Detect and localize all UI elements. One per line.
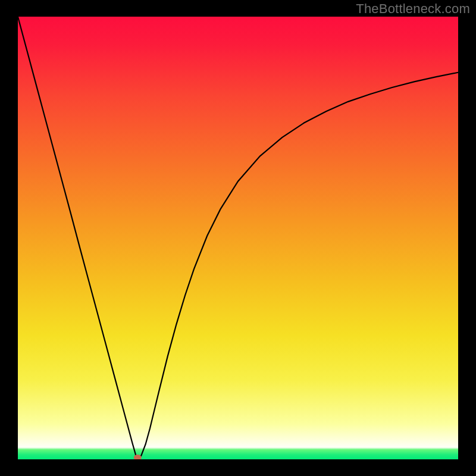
chart-frame: TheBottleneck.com — [0, 0, 476, 476]
minimum-marker — [134, 455, 142, 459]
curve-layer — [18, 17, 458, 459]
plot-panel — [18, 17, 458, 459]
curve-line — [18, 17, 458, 459]
watermark-text: TheBottleneck.com — [356, 1, 470, 17]
